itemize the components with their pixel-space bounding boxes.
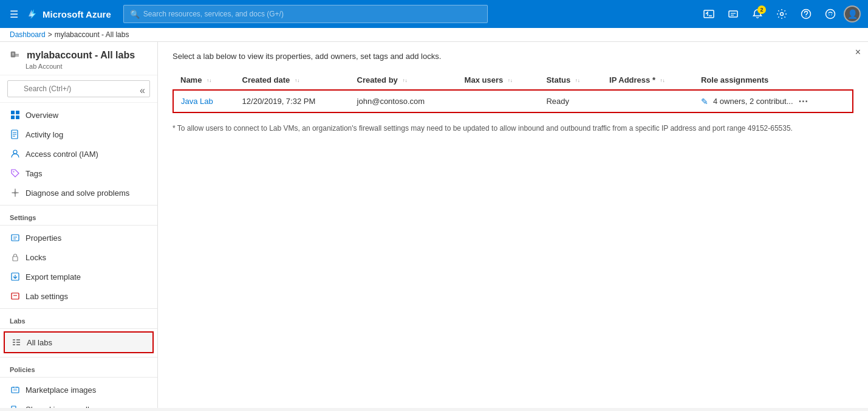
sidebar-item-properties[interactable]: Properties	[0, 228, 157, 247]
labs-section-label: Labs	[0, 311, 157, 326]
feedback-button[interactable]	[819, 3, 841, 25]
col-ip-address[interactable]: IP Address * ↑↓	[602, 71, 694, 90]
all-labs-icon	[11, 337, 22, 348]
table-row[interactable]: Java Lab 12/20/2019, 7:32 PM john@contos…	[173, 90, 853, 112]
diagnose-label: Diagnose and solve problems	[26, 188, 129, 198]
labs-table-container: Name ↑↓ Created date ↑↓ Created by ↑↓	[173, 71, 853, 113]
overview-label: Overview	[26, 111, 58, 120]
properties-label: Properties	[26, 233, 61, 243]
sidebar-item-all-labs[interactable]: All labs	[5, 333, 152, 352]
svg-rect-19	[16, 116, 19, 119]
divider-settings	[0, 205, 157, 206]
sidebar-item-export-template[interactable]: Export template	[0, 267, 157, 286]
sidebar-item-lab-settings[interactable]: Lab settings	[0, 286, 157, 306]
svg-point-25	[13, 171, 15, 173]
locks-label: Locks	[26, 253, 46, 262]
sidebar-item-activity-log[interactable]: Activity log	[0, 125, 157, 144]
access-control-icon	[10, 148, 21, 159]
azure-logo-icon	[27, 8, 39, 20]
cell-status: Ready	[539, 90, 602, 112]
col-max-users[interactable]: Max users ↑↓	[457, 71, 539, 90]
activity-log-icon	[10, 129, 21, 140]
sidebar-item-tags[interactable]: Tags	[0, 164, 157, 183]
search-placeholder: Search resources, services, and docs (G+…	[143, 10, 284, 18]
sort-max-users-icon[interactable]: ↑↓	[508, 78, 513, 83]
diagnose-icon	[10, 187, 21, 198]
locks-icon	[10, 252, 21, 263]
cloud-shell-button[interactable]	[698, 3, 720, 25]
breadcrumb-current: mylabaccount - All labs	[55, 30, 129, 39]
sidebar-item-shared-image-gallery[interactable]: Shared image gallery	[0, 399, 157, 408]
tags-icon	[10, 168, 21, 179]
divider-after-settings	[0, 225, 157, 226]
help-button[interactable]	[795, 3, 817, 25]
divider-after-labs	[0, 328, 157, 329]
activity-log-label: Activity log	[26, 130, 63, 139]
cell-role-assignments: ✎ 4 owners, 2 contribut... ⋯	[694, 90, 853, 112]
azure-logo-text: Microsoft Azure	[43, 9, 111, 19]
lab-settings-icon	[10, 291, 21, 302]
collapse-sidebar-button[interactable]: «	[135, 84, 150, 97]
col-role-assignments: Role assignments	[694, 71, 853, 90]
notifications-button[interactable]: 2	[747, 3, 768, 25]
user-avatar[interactable]: 👤	[844, 5, 861, 22]
col-name[interactable]: Name ↑↓	[173, 71, 235, 90]
col-status[interactable]: Status ↑↓	[539, 71, 602, 90]
ip-address-footnote: * To allow users to connect to Lab VMs, …	[173, 123, 853, 134]
cell-name[interactable]: Java Lab	[173, 90, 235, 112]
role-assignments-value: 4 owners, 2 contribut...	[713, 97, 793, 106]
sidebar-item-overview[interactable]: Overview	[0, 105, 157, 125]
sort-name-icon[interactable]: ↑↓	[207, 78, 211, 83]
sort-created-by-icon[interactable]: ↑↓	[402, 78, 407, 83]
content-description: Select a lab below to view its propertie…	[173, 52, 853, 61]
sort-created-date-icon[interactable]: ↑↓	[295, 78, 299, 83]
directory-subscription-button[interactable]	[722, 3, 744, 25]
sidebar-item-marketplace-images[interactable]: Marketplace images	[0, 380, 157, 399]
lab-account-icon	[10, 49, 22, 61]
lab-name-link[interactable]: Java Lab	[181, 97, 213, 106]
settings-section-label: Settings	[0, 208, 157, 223]
overview-icon	[10, 109, 21, 120]
content-area: × Select a lab below to view its propert…	[158, 42, 868, 408]
svg-rect-30	[13, 257, 18, 261]
breadcrumb: Dashboard > mylabaccount - All labs	[0, 28, 868, 42]
sidebar-header: mylabaccount - All labs Lab Account	[0, 42, 157, 75]
search-icon: 🔍	[130, 10, 140, 19]
edit-role-icon[interactable]: ✎	[701, 97, 708, 106]
sidebar-item-locks[interactable]: Locks	[0, 247, 157, 267]
svg-rect-17	[16, 111, 19, 114]
sidebar-item-access-control[interactable]: Access control (IAM)	[0, 144, 157, 164]
svg-rect-12	[12, 53, 14, 54]
svg-point-8	[826, 10, 835, 19]
breadcrumb-dashboard[interactable]: Dashboard	[10, 30, 46, 39]
svg-point-5	[781, 13, 784, 16]
tags-label: Tags	[26, 169, 42, 178]
svg-rect-45	[12, 406, 16, 408]
content-body: Select a lab below to view its propertie…	[158, 42, 868, 408]
cell-created-by: john@contoso.com	[350, 90, 457, 112]
hamburger-menu-icon[interactable]: ☰	[7, 6, 21, 22]
azure-logo: Microsoft Azure	[27, 8, 111, 20]
breadcrumb-separator: >	[48, 30, 52, 39]
close-button[interactable]: ×	[855, 47, 861, 58]
marketplace-images-label: Marketplace images	[26, 385, 96, 395]
sort-ip-icon[interactable]: ↑↓	[660, 78, 665, 83]
svg-rect-13	[12, 55, 14, 56]
table-header-row: Name ↑↓ Created date ↑↓ Created by ↑↓	[173, 71, 853, 90]
svg-rect-27	[12, 235, 19, 241]
col-created-by[interactable]: Created by ↑↓	[350, 71, 457, 90]
sidebar: mylabaccount - All labs Lab Account 🔍 « …	[0, 42, 158, 408]
marketplace-images-icon	[10, 384, 21, 395]
sidebar-search-input[interactable]	[7, 80, 150, 97]
cell-created-date: 12/20/2019, 7:32 PM	[235, 90, 350, 112]
svg-rect-33	[12, 293, 19, 299]
svg-rect-2	[729, 11, 737, 17]
global-search-bar[interactable]: 🔍 Search resources, services, and docs (…	[123, 5, 488, 23]
settings-button[interactable]	[771, 3, 793, 25]
more-options-icon[interactable]: ⋯	[798, 95, 808, 107]
sidebar-search-container: 🔍 «	[0, 75, 157, 103]
sidebar-item-diagnose[interactable]: Diagnose and solve problems	[0, 183, 157, 202]
sidebar-item-all-labs-wrapper: All labs	[4, 331, 154, 353]
col-created-date[interactable]: Created date ↑↓	[235, 71, 350, 90]
sort-status-icon[interactable]: ↑↓	[575, 78, 580, 83]
